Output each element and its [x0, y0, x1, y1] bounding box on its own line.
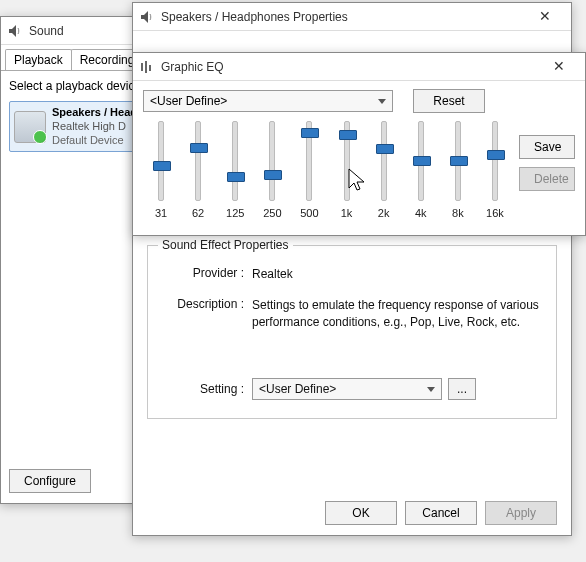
eq-slider-500[interactable] [306, 121, 312, 201]
eq-preset-select[interactable]: <User Define> [143, 90, 393, 112]
close-icon[interactable]: ✕ [525, 5, 565, 29]
eq-slider-62[interactable] [195, 121, 201, 201]
eq-preset-value: <User Define> [150, 94, 227, 108]
tab-playback[interactable]: Playback [5, 49, 72, 70]
eq-band-label: 16k [486, 207, 504, 219]
speaker-device-icon [14, 111, 46, 143]
eq-thumb-125[interactable] [227, 172, 245, 182]
properties-title: Speakers / Headphones Properties [161, 10, 348, 24]
apply-button[interactable]: Apply [485, 501, 557, 525]
eq-band-label: 125 [226, 207, 244, 219]
eq-band-62: 62 [182, 121, 214, 231]
delete-button[interactable]: Delete [519, 167, 575, 191]
eq-band-label: 500 [300, 207, 318, 219]
eq-band-8k: 8k [442, 121, 474, 231]
eq-thumb-31[interactable] [153, 161, 171, 171]
device-name: Speakers / Head [52, 106, 137, 120]
save-button[interactable]: Save [519, 135, 575, 159]
setting-select[interactable]: <User Define> [252, 378, 442, 400]
eq-band-4k: 4k [405, 121, 437, 231]
eq-slider-16k[interactable] [492, 121, 498, 201]
default-check-icon [33, 130, 47, 144]
properties-titlebar[interactable]: Speakers / Headphones Properties ✕ [133, 3, 571, 31]
description-label: Description : [162, 297, 252, 331]
eq-band-500: 500 [293, 121, 325, 231]
cancel-button[interactable]: Cancel [405, 501, 477, 525]
eq-thumb-8k[interactable] [450, 156, 468, 166]
device-driver: Realtek High D [52, 120, 137, 134]
graphic-eq-window: Graphic EQ ✕ <User Define> Reset 3162125… [132, 52, 586, 236]
setting-browse-button[interactable]: ... [448, 378, 476, 400]
eq-band-1k: 1k [331, 121, 363, 231]
eq-thumb-2k[interactable] [376, 144, 394, 154]
eq-slider-250[interactable] [269, 121, 275, 201]
svg-rect-0 [141, 63, 143, 71]
provider-value: Realtek [252, 266, 542, 283]
eq-band-label: 4k [415, 207, 427, 219]
eq-band-250: 250 [256, 121, 288, 231]
eq-band-2k: 2k [368, 121, 400, 231]
eq-thumb-62[interactable] [190, 143, 208, 153]
eq-band-125: 125 [219, 121, 251, 231]
eq-thumb-4k[interactable] [413, 156, 431, 166]
ok-button[interactable]: OK [325, 501, 397, 525]
device-status: Default Device [52, 134, 137, 148]
eq-band-label: 1k [341, 207, 353, 219]
setting-label: Setting : [162, 382, 252, 396]
eq-slider-125[interactable] [232, 121, 238, 201]
group-title: Sound Effect Properties [158, 238, 293, 252]
eq-icon [139, 59, 155, 75]
setting-select-value: <User Define> [259, 381, 336, 398]
eq-title: Graphic EQ [161, 60, 224, 74]
svg-rect-2 [149, 65, 151, 71]
speaker-icon [7, 23, 23, 39]
eq-band-label: 31 [155, 207, 167, 219]
eq-band-label: 250 [263, 207, 281, 219]
eq-slider-4k[interactable] [418, 121, 424, 201]
eq-slider-2k[interactable] [381, 121, 387, 201]
sound-effect-group: Sound Effect Properties Provider : Realt… [147, 245, 557, 419]
eq-slider-8k[interactable] [455, 121, 461, 201]
reset-button[interactable]: Reset [413, 89, 485, 113]
provider-label: Provider : [162, 266, 252, 283]
description-value: Settings to emulate the frequency respon… [252, 297, 542, 331]
sound-title: Sound [29, 24, 64, 38]
eq-sliders: 31621252505001k2k4k8k16k [143, 113, 513, 231]
speaker-icon [139, 9, 155, 25]
chevron-down-icon [378, 99, 386, 104]
close-icon[interactable]: ✕ [539, 55, 579, 79]
eq-slider-1k[interactable] [344, 121, 350, 201]
eq-thumb-1k[interactable] [339, 130, 357, 140]
eq-band-31: 31 [145, 121, 177, 231]
eq-thumb-250[interactable] [264, 170, 282, 180]
eq-band-16k: 16k [479, 121, 511, 231]
svg-rect-1 [145, 61, 147, 73]
eq-band-label: 2k [378, 207, 390, 219]
eq-titlebar[interactable]: Graphic EQ ✕ [133, 53, 585, 81]
eq-thumb-500[interactable] [301, 128, 319, 138]
eq-band-label: 8k [452, 207, 464, 219]
chevron-down-icon [427, 387, 435, 392]
configure-button[interactable]: Configure [9, 469, 91, 493]
eq-band-label: 62 [192, 207, 204, 219]
eq-thumb-16k[interactable] [487, 150, 505, 160]
eq-slider-31[interactable] [158, 121, 164, 201]
